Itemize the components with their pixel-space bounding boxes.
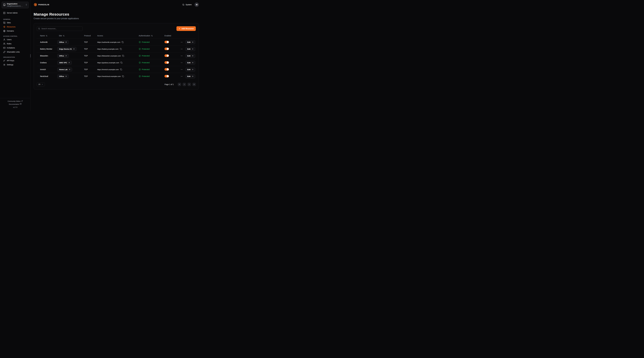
resource-url: https://immich.example.com [97,69,119,71]
moon-icon [182,4,184,6]
sidebar-item-roles[interactable]: Roles [2,42,29,46]
edit-button[interactable]: Edit [186,74,196,78]
sidebar-item-users[interactable]: Users [2,38,29,42]
arrow-up-right-icon [65,41,67,43]
first-page-button[interactable] [178,83,181,86]
chevron-left-icon [184,84,185,85]
add-resource-label: Add Resource [182,28,194,30]
brand-name: PANGOLIN [38,4,49,6]
resources-icon [3,26,6,28]
site-name: Home Lab [59,69,68,71]
chevrons-left-icon [178,84,180,85]
column-header-name[interactable]: Name [40,35,57,37]
column-header-authentication[interactable]: Authentication [139,35,164,37]
copy-icon[interactable] [120,48,122,50]
app-window: Organization milo@fossorial.io's ... Ser… [0,0,202,111]
sidebar-item-server-admin[interactable]: Server Admin [2,11,29,15]
edit-button[interactable]: Edit [186,68,196,72]
edit-button[interactable]: Edit [186,40,196,44]
globe-icon [3,30,6,32]
sidebar-item-invitations[interactable]: Invitations [2,46,29,50]
community-edition-link[interactable]: Community Edition [8,100,23,103]
sidebar-item-sites[interactable]: Sites [2,21,29,25]
org-selector[interactable]: Organization milo@fossorial.io's ... [2,2,29,8]
table-row: Bitwarden Office TCP https://bitwarden.e… [37,52,196,59]
site-link-button[interactable]: Office [57,40,69,44]
edit-button[interactable]: Edit [186,47,196,51]
resource-protocol: TCP [84,41,97,43]
edit-button[interactable]: Edit [186,54,196,58]
site-link-button[interactable]: Edge Device 01 [57,47,76,51]
chevrons-up-down-icon [25,4,27,6]
sidebar-item-domains[interactable]: Domains [2,29,29,33]
toggle-knob [167,48,169,50]
copy-icon[interactable] [120,69,122,71]
toggle-knob [167,68,169,70]
site-link-button[interactable]: Home Lab [57,68,72,72]
edit-label: Edit [187,48,190,50]
chevrons-right-icon [193,84,195,85]
shield-check-icon [139,75,141,77]
site-link-button[interactable]: AWS VPC [57,61,72,65]
last-page-button[interactable] [192,83,196,86]
edit-label: Edit [187,62,190,64]
row-menu-button[interactable] [180,48,183,51]
resource-name: Grafana [40,62,57,64]
search-wrap [37,26,82,31]
sidebar-item-label: Shareable Links [7,51,20,53]
site-name: Office [59,75,64,77]
copy-icon[interactable] [122,55,124,57]
enabled-toggle[interactable] [164,54,169,57]
edit-label: Edit [187,69,190,71]
page-content: Manage Resources Create secure proxies t… [30,9,202,89]
edit-label: Edit [187,55,190,57]
resource-url: https://authentik.example.com [97,41,120,43]
sidebar-item-shareable-links[interactable]: Shareable Links [2,50,29,54]
theme-selector[interactable]: System [182,4,192,6]
page-size-select[interactable]: 20 [37,82,45,86]
sidebar-item-resources[interactable]: Resources [2,25,29,29]
site-link-button[interactable]: Office [57,74,69,78]
user-icon [3,39,6,41]
sidebar-item-label: Settings [7,64,14,66]
chevron-down-icon [42,84,43,85]
sort-icon[interactable] [151,35,153,37]
site-name: Office [59,55,64,57]
previous-page-button[interactable] [183,83,186,86]
enabled-toggle[interactable] [164,75,169,78]
column-header-enabled: Enabled [164,35,179,37]
sidebar-item-settings[interactable]: Settings [2,63,29,67]
row-menu-button[interactable] [180,54,183,58]
documentation-link[interactable]: Documentation [9,103,22,106]
edit-button[interactable]: Edit [186,61,196,65]
next-page-button[interactable] [188,83,191,86]
row-menu-button[interactable] [180,75,183,78]
enabled-toggle[interactable] [164,48,169,50]
enabled-toggle[interactable] [164,61,169,64]
avatar[interactable]: M [194,3,199,7]
site-link-button[interactable]: Office [57,54,69,58]
sidebar-item-api-keys[interactable]: API Keys [2,59,29,63]
enabled-toggle[interactable] [164,41,169,43]
row-menu-button[interactable] [180,61,183,64]
sites-icon [3,22,6,24]
search-input[interactable] [37,26,82,31]
enabled-toggle[interactable] [164,68,169,71]
book-icon [20,103,22,106]
column-header-site[interactable]: Site [57,35,84,37]
row-menu-button[interactable] [180,68,183,71]
add-resource-button[interactable]: Add Resource [176,26,196,31]
resource-protocol: TCP [84,69,97,71]
building-icon [3,4,6,7]
copy-icon[interactable] [122,41,124,43]
sort-icon[interactable] [46,35,48,37]
arrow-right-icon [192,55,194,57]
sort-icon[interactable] [63,35,64,37]
copy-icon[interactable] [120,62,122,64]
resource-name: Battery Monitor [40,48,57,50]
copy-icon[interactable] [122,75,124,77]
org-selector-text: Organization milo@fossorial.io's ... [7,3,24,7]
sidebar-resize-handle[interactable] [30,54,31,58]
sidebar-item-label: Sites [7,22,11,24]
row-menu-button[interactable] [180,41,183,44]
